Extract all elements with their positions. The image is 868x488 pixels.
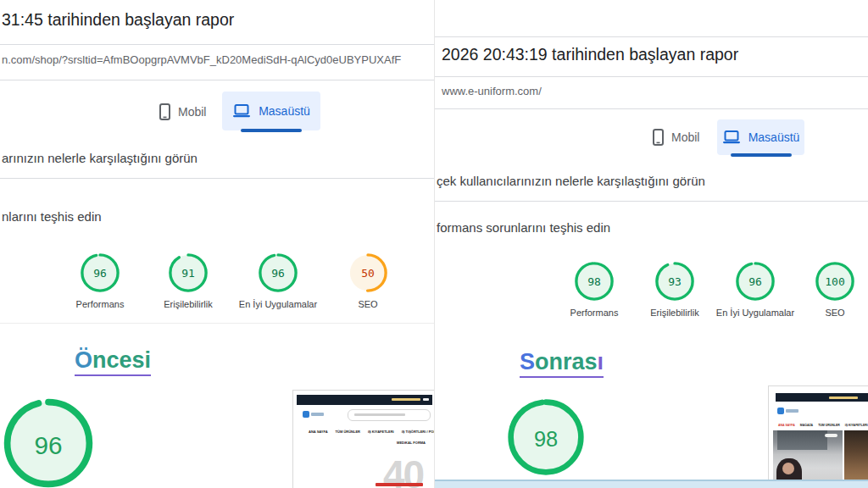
tab-mobile[interactable]: Mobil (653, 129, 699, 146)
logo-mark (303, 411, 309, 418)
site-logo (777, 408, 798, 414)
svg-text:96: 96 (271, 267, 285, 280)
report-title: 31:45 tarihinden başlayan rapor (2, 10, 234, 30)
score-label: SEO (784, 308, 868, 318)
score-gauge: 96 (258, 252, 298, 293)
diagnose-text: nlarını teşhis edin (2, 209, 102, 224)
score-gauge: 93 (654, 261, 695, 302)
pagespeed-comparison: 31:45 tarihinden başlayan rapor n.com/sh… (0, 0, 868, 488)
score-gauge: 91 (168, 252, 209, 293)
kitchen-photo (773, 430, 843, 484)
url-field[interactable]: www.e-uniform.com/ (442, 85, 542, 97)
svg-text:98: 98 (534, 427, 558, 451)
topbar-text-placeholder (392, 398, 420, 401)
site-screenshot-after: ANA SAYFA MAĞAZATÜM ÜRÜNLERİŞ KIYAFETLER… (768, 385, 868, 485)
laptop-icon (722, 130, 741, 144)
site-nav: ANA SAYFATÜM ÜRÜNLERİŞ KIYAFETLERİİŞ TİŞ… (309, 430, 434, 434)
score-gauge: 100 (815, 261, 855, 302)
hero-photo (773, 430, 868, 484)
second-photo (844, 430, 868, 484)
horizontal-scrollbar[interactable] (435, 480, 868, 488)
score-seo[interactable]: 100 SEO (784, 261, 868, 318)
search-placeholder-bar (354, 413, 405, 416)
score-label: En İyi Uygulamalar (227, 299, 329, 309)
tab-mobile[interactable]: Mobil (159, 103, 206, 120)
ceiling-light-shape (825, 434, 837, 437)
divider (0, 323, 434, 324)
score-label: Erişilebilirlik (137, 299, 239, 309)
score-performance[interactable]: 96 Performans (49, 252, 151, 309)
after-report-panel: 2026 20:43:19 tarihinden başlayan rapor … (434, 0, 868, 488)
after-heading-link[interactable]: Sonrası (520, 351, 604, 378)
svg-text:93: 93 (668, 275, 682, 288)
score-gauge: 98 (574, 261, 615, 302)
site-nav-item: MEDİKAL FORMA (397, 441, 426, 445)
active-tab-underline (731, 153, 792, 157)
active-tab-underline (241, 129, 302, 132)
score-seo[interactable]: 50 SEO (317, 252, 419, 309)
laptop-icon (232, 104, 251, 118)
site-topbar (776, 393, 868, 402)
divider (0, 80, 434, 80)
score-label: Performans (49, 299, 151, 309)
score-best-practices[interactable]: 96 En İyi Uygulamalar (227, 252, 329, 309)
score-accessibility[interactable]: 91 Erişilebilirlik (137, 252, 239, 309)
svg-text:96: 96 (93, 267, 107, 280)
divider (435, 108, 868, 109)
phone-icon (653, 129, 664, 146)
svg-text:91: 91 (181, 267, 195, 280)
real-users-text: çek kullanıcılarınızın nelerle karşılaşt… (437, 174, 705, 188)
big-performance-gauge: 98 (506, 397, 586, 477)
logo-text-placeholder (786, 409, 798, 413)
svg-text:50: 50 (361, 267, 375, 280)
url-field[interactable]: n.com/shop/?srsltid=AfmBOopgrpAVMVbF_kD2… (2, 53, 401, 66)
big-performance-gauge: 96 (2, 396, 95, 488)
tab-desktop-label: Masaüstü (259, 104, 310, 118)
site-nav-item-active: ANA SAYFA (778, 424, 795, 427)
site-red-headline-placeholder (376, 483, 423, 486)
report-title: 2026 20:43:19 tarihinden başlayan rapor (442, 45, 738, 64)
divider (0, 44, 434, 45)
score-gauge: 96 (735, 261, 776, 302)
kitchen-hood-shape (777, 430, 827, 450)
divider (435, 201, 868, 202)
before-heading-link[interactable]: Öncesi (75, 349, 151, 376)
site-screenshot-before: ANA SAYFATÜM ÜRÜNLERİŞ KIYAFETLERİİŞ TİŞ… (292, 390, 434, 488)
tab-desktop[interactable]: Masaüstü (717, 119, 804, 155)
svg-text:98: 98 (587, 275, 601, 288)
tab-mobile-label: Mobil (671, 130, 699, 144)
score-gauge: 96 (80, 252, 120, 293)
topbar-text-placeholder (829, 396, 858, 399)
real-users-text: arınızın nelerle karşılaştığını görün (2, 151, 198, 165)
tab-mobile-label: Mobil (178, 105, 206, 119)
divider (0, 178, 434, 179)
phone-icon (159, 103, 170, 120)
person-face-shape (782, 463, 794, 474)
site-logo (303, 411, 324, 418)
topbar-text-placeholder (423, 398, 429, 401)
divider (435, 36, 868, 37)
score-gauge: 50 (348, 252, 388, 293)
site-nav: ANA SAYFA MAĞAZATÜM ÜRÜNLERİŞ KIYAFETLER… (778, 424, 868, 427)
tab-desktop-label: Masaüstü (748, 130, 800, 144)
tab-desktop[interactable]: Masaüstü (222, 92, 320, 130)
divider (435, 76, 868, 77)
logo-mark (777, 408, 784, 414)
site-search-box (348, 409, 431, 421)
diagnose-text: formans sorunlarını teşhis edin (437, 220, 610, 235)
site-nav-items: MAĞAZATÜM ÜRÜNLERİŞ KIYAFETLERİİŞ TİŞÖ (800, 424, 868, 427)
logo-text-placeholder (311, 413, 324, 416)
svg-text:96: 96 (34, 431, 62, 459)
site-topbar (297, 395, 432, 405)
before-report-panel: 31:45 tarihinden başlayan rapor n.com/sh… (0, 0, 434, 488)
score-label: SEO (317, 299, 419, 309)
svg-text:96: 96 (748, 275, 762, 288)
svg-text:100: 100 (825, 275, 844, 288)
